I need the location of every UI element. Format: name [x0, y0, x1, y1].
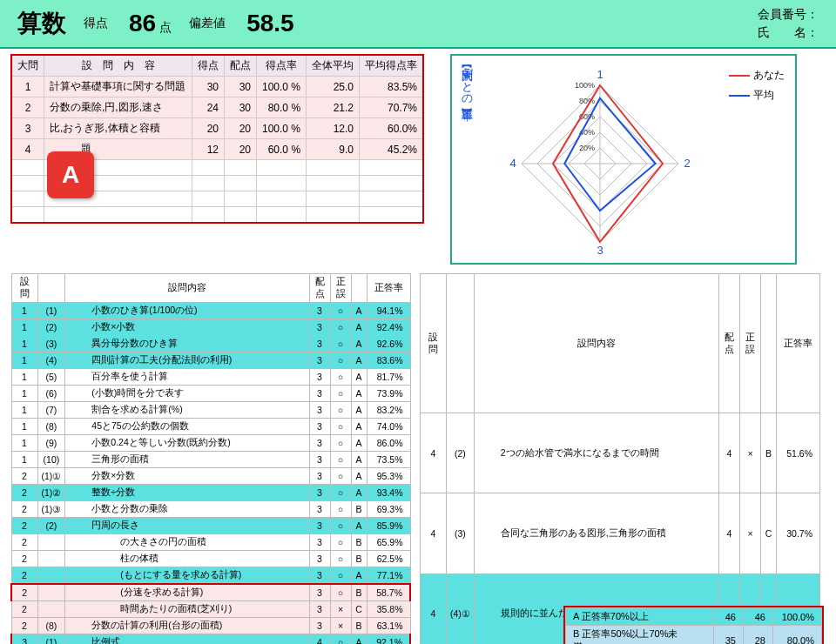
radar-panel: 【大問別ごとの正答率】 20%40%60%80%100%1234 あなた 平均	[450, 54, 797, 265]
member-info: 会員番号： 氏 名：	[758, 5, 819, 42]
detail-table-left: 設問設問内容配点正誤正答率1(1)小数のひき算(1/100の位)3○A94.1%…	[10, 273, 411, 644]
callout-badge-a: A	[47, 151, 94, 198]
score-unit: 点	[159, 20, 172, 34]
member-no-label: 会員番号：	[758, 5, 819, 23]
svg-text:4: 4	[509, 157, 516, 170]
svg-text:100%: 100%	[575, 81, 595, 90]
detail-table-right: 設問設問内容配点正誤正答率4(2)2つの給水管で満水になるまでの時間4×B51.…	[420, 273, 820, 644]
report-header: 算数 得点 86点 偏差値 58.5 会員番号： 氏 名：	[0, 0, 836, 49]
svg-text:2: 2	[684, 157, 690, 170]
legend-you: あなた	[753, 68, 785, 83]
radar-legend: あなた 平均	[725, 59, 788, 259]
legend-avg: 平均	[753, 88, 774, 103]
svg-text:20%: 20%	[579, 144, 595, 152]
dev-label: 偏差値	[189, 16, 226, 31]
radar-vlabel: 【大問別ごとの正答率】	[459, 59, 475, 259]
dev-value: 58.5	[246, 10, 294, 37]
detail-section: 設問設問内容配点正誤正答率1(1)小数のひき算(1/100の位)3○A94.1%…	[0, 265, 836, 644]
name-label: 氏 名：	[758, 23, 819, 42]
summary-table: A 正答率70%以上4646100.0%B 正答率50%以上70%未満35288…	[563, 606, 824, 644]
section-a-table: 大問設 問 内 容得点配点得点率全体平均平均得点率1計算や基礎事項に関する問題3…	[10, 54, 424, 265]
svg-text:1: 1	[597, 68, 603, 81]
score-label: 得点	[84, 16, 108, 31]
score-value: 86	[129, 10, 156, 37]
subject-title: 算数	[17, 7, 66, 40]
svg-text:3: 3	[597, 244, 603, 257]
radar-chart: 20%40%60%80%100%1234	[478, 59, 722, 259]
